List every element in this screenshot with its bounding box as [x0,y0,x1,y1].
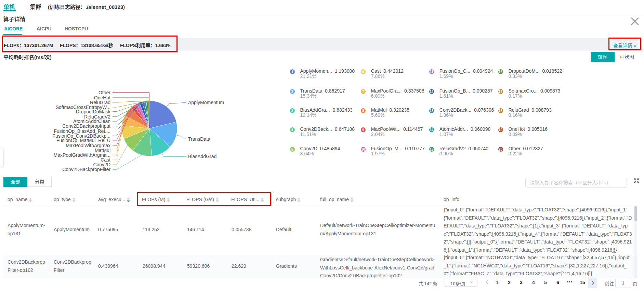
svg-text:DropoutDoMask: DropoutDoMask [76,109,111,114]
svg-text:Conv2DBackpropInput: Conv2DBackpropInput [62,123,110,129]
svg-text:FusionOp_MatMul_ReLU: FusionOp_MatMul_ReLU [56,138,110,143]
svg-text:BiasAddGrad: BiasAddGrad [188,154,216,159]
svg-text:TransData: TransData [188,136,210,142]
svg-text:MatMul: MatMul [95,148,110,153]
svg-text:Other: Other [98,90,110,95]
svg-text:Conv2DBackpropFilter: Conv2DBackpropFilter [62,167,110,172]
svg-text:ApplyMomentum: ApplyMomentum [188,100,224,105]
